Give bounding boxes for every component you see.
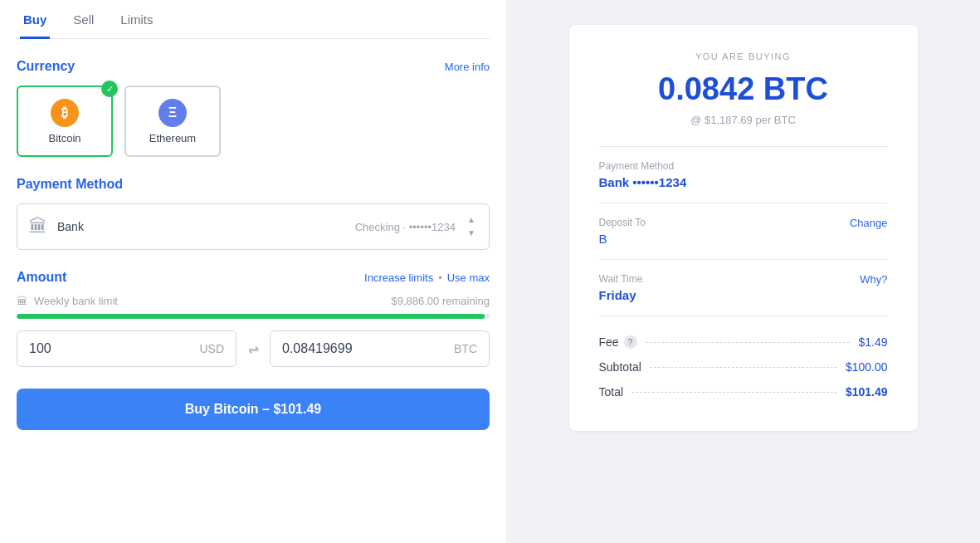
bitcoin-label: Bitcoin	[48, 132, 80, 144]
bank-limit-left: 🏛 Weekly bank limit	[17, 295, 118, 307]
fee-amount: $1.49	[858, 335, 887, 349]
payment-method-value: Bank ••••••1234	[599, 175, 687, 189]
bitcoin-card[interactable]: ✓ ₿ Bitcoin	[17, 86, 113, 157]
payment-left: 🏛 Bank	[29, 216, 84, 237]
btc-currency: BTC	[454, 342, 477, 355]
currency-section-title: Currency	[17, 59, 75, 74]
payment-method-block: Payment Method Bank ••••••1234	[599, 160, 687, 189]
divider-3	[599, 259, 888, 260]
tab-buy[interactable]: Buy	[20, 1, 50, 39]
total-amount: $101.49	[846, 385, 888, 399]
amount-section: Amount Increase limits • Use max 🏛 Weekl…	[17, 270, 490, 526]
amount-links: Increase limits • Use max	[364, 272, 490, 284]
progress-bar	[17, 314, 490, 319]
amount-inputs: 100 USD ⇌ 0.08419699 BTC	[17, 330, 490, 367]
payment-section-title: Payment Method	[17, 177, 123, 192]
fee-dots-3	[631, 392, 837, 393]
subtotal-row: Subtotal $100.00	[599, 355, 888, 379]
payment-right: Checking · ••••••1234 ▲ ▼	[355, 214, 477, 239]
divider-1	[599, 146, 888, 147]
payment-spinner[interactable]: ▲ ▼	[466, 214, 477, 239]
payment-bank-detail: Checking · ••••••1234	[355, 221, 456, 233]
ethereum-label: Ethereum	[149, 132, 196, 144]
payment-method-dropdown[interactable]: 🏛 Bank Checking · ••••••1234 ▲ ▼	[17, 203, 490, 250]
usd-value: 100	[29, 341, 51, 356]
use-max-link[interactable]: Use max	[447, 272, 490, 284]
usd-input-box[interactable]: 100 USD	[17, 330, 236, 367]
currency-section-header: Currency More info	[17, 59, 490, 74]
change-link[interactable]: Change	[850, 217, 888, 229]
why-link[interactable]: Why?	[860, 273, 887, 286]
usd-currency: USD	[199, 342, 224, 355]
fee-dots-1	[646, 342, 851, 343]
bank-limit-row: 🏛 Weekly bank limit $9,886.00 remaining	[17, 295, 490, 307]
right-panel: YOU ARE BUYING 0.0842 BTC @ $1,187.69 pe…	[506, 0, 980, 543]
tab-sell[interactable]: Sell	[70, 1, 97, 39]
payment-method-label: Payment Method	[599, 160, 687, 172]
divider-4	[599, 316, 888, 316]
you-are-buying-label: YOU ARE BUYING	[599, 51, 888, 61]
ethereum-icon: Ξ	[158, 99, 187, 127]
bank-limit-remaining: $9,886.00 remaining	[391, 295, 490, 307]
more-info-link[interactable]: More info	[445, 61, 490, 73]
bank-limit-label: Weekly bank limit	[34, 295, 118, 307]
wait-time-value: Friday	[599, 288, 643, 302]
ethereum-card[interactable]: Ξ Ethereum	[124, 86, 221, 157]
deposit-to-label: Deposit To	[599, 217, 646, 228]
deposit-to-row: Deposit To B Change	[599, 217, 888, 246]
deposit-to-block: Deposit To B	[599, 217, 646, 246]
divider-2	[599, 203, 888, 203]
payment-bank-name: Bank	[57, 220, 84, 233]
left-panel: Buy Sell Limits Currency More info ✓ ₿ B…	[0, 0, 506, 543]
fee-dots-2	[650, 367, 837, 368]
progress-fill	[17, 314, 485, 319]
btc-amount-display: 0.0842 BTC	[599, 71, 888, 107]
tabs-bar: Buy Sell Limits	[17, 0, 490, 39]
swap-icon: ⇌	[245, 341, 261, 357]
currency-cards: ✓ ₿ Bitcoin Ξ Ethereum	[17, 86, 490, 157]
tab-limits[interactable]: Limits	[117, 1, 156, 39]
bitcoin-icon: ₿	[51, 99, 79, 127]
amount-section-header: Amount Increase limits • Use max	[17, 270, 490, 285]
wait-time-label: Wait Time	[599, 273, 643, 285]
fee-row: Fee ? $1.49	[599, 330, 888, 355]
bank-icon: 🏛	[29, 216, 47, 237]
payment-section-header: Payment Method	[17, 177, 490, 192]
btc-input-box[interactable]: 0.08419699 BTC	[270, 330, 490, 367]
btc-value: 0.08419699	[282, 341, 353, 356]
btc-rate-display: @ $1,187.69 per BTC	[599, 114, 888, 126]
bitcoin-selected-badge: ✓	[101, 81, 118, 97]
buy-button[interactable]: Buy Bitcoin – $101.49	[17, 389, 490, 430]
spinner-down: ▼	[466, 227, 477, 239]
fee-section: Fee ? $1.49 Subtotal $100.00 Total $101.…	[599, 330, 888, 404]
deposit-to-value: B	[599, 232, 646, 246]
wait-time-block: Wait Time Friday	[599, 273, 643, 302]
total-row: Total $101.49	[599, 379, 888, 404]
payment-section: Payment Method 🏛 Bank Checking · ••••••1…	[17, 177, 490, 250]
fee-text: Fee	[599, 335, 619, 349]
spinner-up: ▲	[466, 214, 477, 226]
bank-limit-icon: 🏛	[17, 295, 27, 307]
fee-question-icon[interactable]: ?	[624, 335, 637, 349]
subtotal-label: Subtotal	[599, 360, 641, 374]
dot-separator: •	[438, 272, 442, 284]
amount-section-title: Amount	[17, 270, 66, 285]
fee-label: Fee ?	[599, 335, 637, 349]
subtotal-amount: $100.00	[846, 360, 888, 374]
payment-method-row: Payment Method Bank ••••••1234	[599, 160, 888, 189]
increase-limits-link[interactable]: Increase limits	[364, 272, 433, 284]
summary-card: YOU ARE BUYING 0.0842 BTC @ $1,187.69 pe…	[569, 25, 918, 431]
total-label: Total	[599, 385, 624, 399]
wait-time-row: Wait Time Friday Why?	[599, 273, 888, 302]
